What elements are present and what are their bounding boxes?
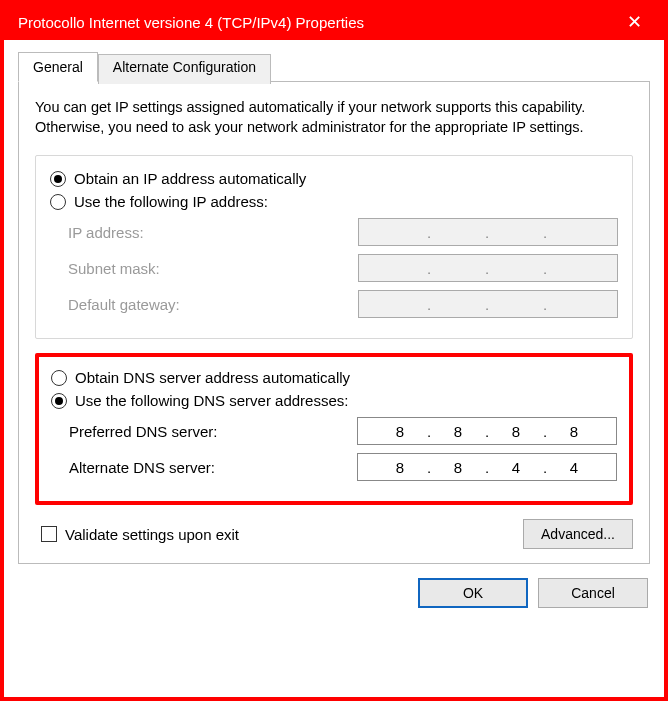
advanced-button[interactable]: Advanced... (523, 519, 633, 549)
footer-buttons: OK Cancel (18, 578, 650, 608)
radio-dns-auto[interactable] (51, 370, 67, 386)
gateway-row: Default gateway: ... (68, 290, 618, 318)
tab-bar: General Alternate Configuration (18, 52, 650, 82)
ip-address-input: ... (358, 218, 618, 246)
radio-dns-manual-label: Use the following DNS server addresses: (75, 392, 348, 409)
dns-group: Obtain DNS server address automatically … (35, 353, 633, 505)
radio-ip-manual[interactable] (50, 194, 66, 210)
radio-ip-manual-row[interactable]: Use the following IP address: (50, 193, 618, 210)
validate-checkbox[interactable] (41, 526, 57, 542)
cancel-button[interactable]: Cancel (538, 578, 648, 608)
validate-label: Validate settings upon exit (65, 526, 239, 543)
tab-general[interactable]: General (18, 52, 98, 82)
gateway-label: Default gateway: (68, 296, 180, 313)
radio-dns-auto-label: Obtain DNS server address automatically (75, 369, 350, 386)
subnet-label: Subnet mask: (68, 260, 160, 277)
ip-address-row: IP address: ... (68, 218, 618, 246)
alternate-dns-row: Alternate DNS server: 8. 8. 4. 4 (69, 453, 617, 481)
radio-dns-auto-row[interactable]: Obtain DNS server address automatically (51, 369, 617, 386)
content-area: General Alternate Configuration You can … (4, 40, 664, 618)
tab-alternate[interactable]: Alternate Configuration (98, 54, 271, 84)
preferred-dns-label: Preferred DNS server: (69, 423, 217, 440)
validate-row: Validate settings upon exit Advanced... (41, 519, 633, 549)
ip-group: Obtain an IP address automatically Use t… (35, 155, 633, 339)
alternate-dns-input[interactable]: 8. 8. 4. 4 (357, 453, 617, 481)
tab-panel-general: You can get IP settings assigned automat… (18, 81, 650, 564)
radio-dns-manual[interactable] (51, 393, 67, 409)
radio-ip-auto-label: Obtain an IP address automatically (74, 170, 306, 187)
titlebar: Protocollo Internet versione 4 (TCP/IPv4… (4, 4, 664, 40)
preferred-dns-input[interactable]: 8. 8. 8. 8 (357, 417, 617, 445)
description-text: You can get IP settings assigned automat… (35, 98, 633, 137)
alternate-dns-label: Alternate DNS server: (69, 459, 215, 476)
ip-address-label: IP address: (68, 224, 144, 241)
gateway-input: ... (358, 290, 618, 318)
subnet-row: Subnet mask: ... (68, 254, 618, 282)
preferred-dns-row: Preferred DNS server: 8. 8. 8. 8 (69, 417, 617, 445)
ok-button[interactable]: OK (418, 578, 528, 608)
subnet-input: ... (358, 254, 618, 282)
window-title: Protocollo Internet versione 4 (TCP/IPv4… (18, 14, 364, 31)
radio-ip-auto[interactable] (50, 171, 66, 187)
close-icon[interactable]: ✕ (619, 7, 650, 37)
radio-dns-manual-row[interactable]: Use the following DNS server addresses: (51, 392, 617, 409)
radio-ip-auto-row[interactable]: Obtain an IP address automatically (50, 170, 618, 187)
radio-ip-manual-label: Use the following IP address: (74, 193, 268, 210)
